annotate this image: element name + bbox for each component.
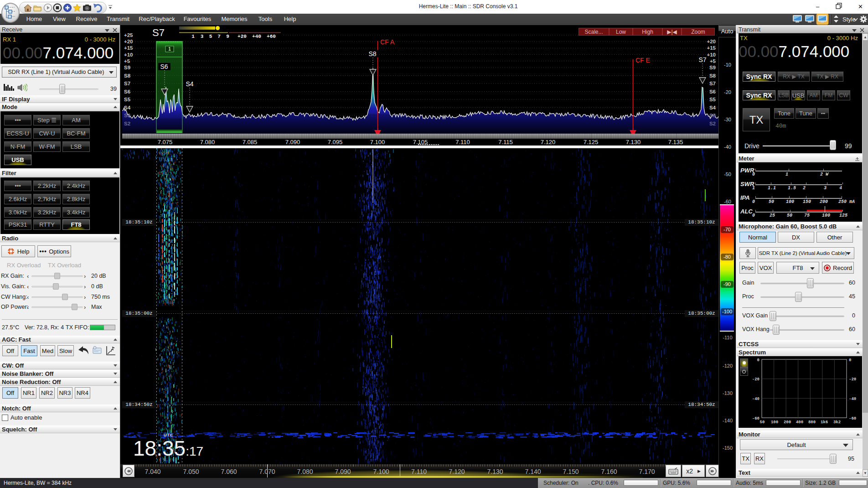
svg-text:0: 0 [849, 358, 851, 363]
svg-text:400: 400 [796, 420, 803, 425]
svg-text:-20: -20 [849, 377, 856, 382]
svg-text:-60: -60 [849, 416, 856, 421]
svg-text:800: 800 [808, 420, 816, 425]
svg-text:-20: -20 [752, 377, 760, 382]
svg-text:3k2: 3k2 [833, 420, 841, 425]
svg-text:50: 50 [760, 420, 765, 425]
svg-text:100: 100 [771, 420, 778, 425]
svg-text:-40: -40 [849, 397, 856, 401]
svg-text:-60: -60 [752, 416, 760, 421]
svg-text:200: 200 [784, 420, 791, 425]
svg-text:0: 0 [757, 358, 760, 363]
svg-text:1k6: 1k6 [821, 420, 828, 425]
svg-text:-40: -40 [752, 397, 760, 401]
